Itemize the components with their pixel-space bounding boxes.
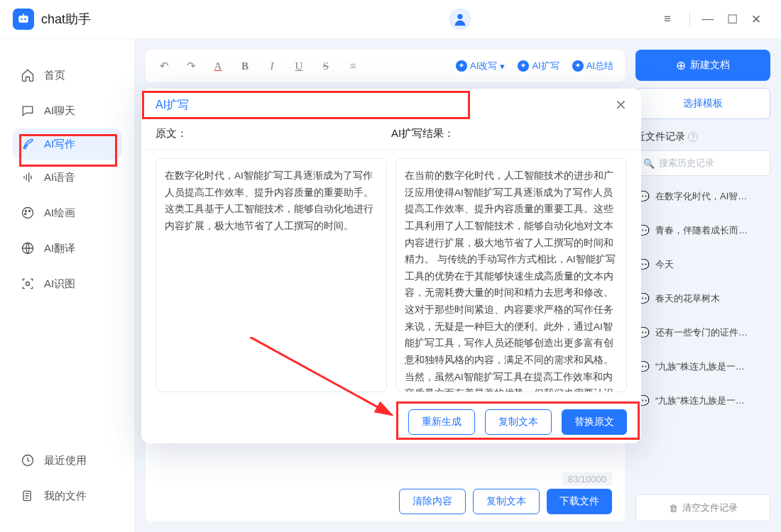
sidebar-item-myfiles[interactable]: 我的文件: [0, 478, 134, 514]
clear-content-button[interactable]: 清除内容: [399, 489, 466, 514]
recent-file-item[interactable]: 💬在数字化时代，AI智…: [635, 183, 770, 210]
titlebar: chat助手 ≡ — ☐ ✕: [0, 0, 781, 39]
menu-icon[interactable]: ≡: [655, 7, 679, 31]
sparkle-icon: [572, 60, 584, 72]
sidebar-item-translate[interactable]: AI翻译: [0, 231, 134, 266]
svg-point-1: [21, 18, 23, 21]
italic-icon[interactable]: I: [265, 60, 279, 72]
bold-icon[interactable]: B: [238, 60, 252, 72]
scan-icon: [20, 276, 36, 292]
window-close-button[interactable]: ✕: [744, 7, 768, 31]
search-icon: 🔍: [643, 158, 655, 169]
modal-title: AI扩写: [155, 98, 189, 113]
sidebar-item-label: AI翻译: [44, 242, 75, 255]
sidebar-item-home[interactable]: 首页: [0, 57, 134, 93]
strike-icon[interactable]: S: [319, 60, 333, 72]
sidebar-item-writing[interactable]: AI写作: [13, 128, 121, 160]
regenerate-button[interactable]: 重新生成: [408, 409, 475, 435]
svg-point-2: [24, 18, 26, 21]
download-file-button[interactable]: 下载文件: [547, 489, 612, 514]
recent-file-item[interactable]: 💬“九族”株连九族是一…: [635, 387, 770, 414]
replace-original-button[interactable]: 替换原文: [562, 409, 627, 435]
recent-file-item[interactable]: 💬今天: [635, 251, 770, 278]
sidebar-item-label: AI写作: [44, 138, 75, 151]
sidebar-item-voice[interactable]: AI语音: [0, 160, 134, 195]
ai-expand-modal: AI扩写 ✕ 原文： AI扩写结果： 在数字化时代，AI智能扩写工具逐渐成为了写…: [141, 89, 641, 443]
svg-point-8: [25, 214, 26, 215]
svg-rect-0: [18, 16, 28, 23]
plus-icon: ⊕: [676, 58, 686, 73]
app-logo: [13, 9, 34, 30]
sidebar-item-recent[interactable]: 最近使用: [0, 443, 134, 478]
svg-point-5: [23, 208, 33, 218]
sidebar-item-chat[interactable]: AI聊天: [0, 93, 134, 128]
search-history-input[interactable]: 🔍搜索历史记录: [635, 150, 770, 176]
align-icon[interactable]: ≡: [346, 60, 360, 72]
redo-icon[interactable]: ↷: [184, 60, 198, 72]
sidebar-item-label: AI绘画: [44, 206, 75, 220]
window-maximize-button[interactable]: ☐: [720, 7, 744, 31]
recent-file-item[interactable]: 💬“九族”株连九族是一…: [635, 353, 770, 380]
recent-files-heading: 近文件记录?: [635, 131, 770, 143]
svg-point-7: [29, 211, 31, 212]
recent-file-item[interactable]: 💬青春，伴随着成长而…: [635, 217, 770, 244]
choose-template-button[interactable]: 选择模板: [635, 88, 770, 119]
window-minimize-button[interactable]: —: [696, 7, 720, 31]
feather-icon: [20, 136, 36, 152]
audio-icon: [20, 170, 36, 185]
history-icon: [20, 453, 36, 468]
copy-result-button[interactable]: 复制文本: [485, 409, 552, 435]
result-text-panel[interactable]: 在当前的数字化时代，人工智能技术的进步和广泛应用使得AI智能扩写工具逐渐成为了写…: [395, 158, 627, 392]
recent-file-item[interactable]: 💬春天的花草树木: [635, 285, 770, 312]
sidebar-item-label: 我的文件: [44, 489, 87, 503]
files-icon: [20, 488, 36, 504]
trash-icon: 🗑: [669, 503, 678, 514]
app-title: chat助手: [41, 11, 91, 28]
recent-file-item[interactable]: 💬还有一些专门的证件…: [635, 319, 770, 346]
separator: [689, 11, 690, 27]
sidebar-item-label: 最近使用: [44, 454, 87, 467]
svg-point-6: [26, 211, 27, 212]
svg-point-10: [26, 282, 30, 286]
sidebar-item-paint[interactable]: AI绘画: [0, 195, 134, 231]
editor-toolbar: ↶ ↷ A B I U S ≡ AI改写 ▾ AI扩写 AI总结: [146, 50, 625, 82]
svg-rect-3: [23, 13, 24, 16]
sidebar-item-label: AI聊天: [44, 104, 75, 118]
original-text-panel[interactable]: 在数字化时代，AI智能扩写工具逐渐成为了写作人员提高工作效率、提升内容质量的重要…: [155, 158, 387, 392]
sidebar-item-ocr[interactable]: AI识图: [0, 266, 134, 301]
ai-summary-button[interactable]: AI总结: [572, 60, 613, 72]
home-icon: [20, 67, 36, 83]
original-label: 原文：: [155, 127, 391, 140]
new-doc-button[interactable]: ⊕新建文档: [635, 50, 770, 81]
svg-point-4: [457, 14, 462, 19]
right-panel: ⊕新建文档 选择模板 近文件记录? 🔍搜索历史记录 💬在数字化时代，AI智… 💬…: [635, 50, 770, 521]
user-avatar[interactable]: [449, 9, 471, 30]
help-icon[interactable]: ?: [688, 132, 698, 142]
palette-icon: [20, 205, 36, 221]
sidebar: 首页 AI聊天 AI写作 AI语音 AI绘画 AI翻译 AI识图 最近使用 我的…: [0, 39, 135, 532]
char-counter: 83/10000: [562, 472, 612, 486]
sidebar-item-label: AI识图: [44, 277, 75, 291]
result-label: AI扩写结果：: [391, 127, 627, 140]
ai-rewrite-button[interactable]: AI改写 ▾: [456, 60, 505, 72]
undo-icon[interactable]: ↶: [157, 60, 171, 72]
sidebar-item-label: AI语音: [44, 171, 75, 184]
sparkle-icon: [518, 60, 529, 72]
font-color-icon[interactable]: A: [211, 60, 225, 72]
sidebar-item-label: 首页: [44, 69, 65, 82]
ai-expand-button[interactable]: AI扩写: [518, 60, 559, 72]
modal-close-button[interactable]: ✕: [615, 96, 627, 113]
sparkle-icon: [456, 60, 467, 72]
translate-icon: [20, 240, 36, 256]
underline-icon[interactable]: U: [292, 60, 306, 72]
chat-icon: [20, 103, 36, 118]
copy-content-button[interactable]: 复制文本: [473, 489, 540, 514]
clear-files-button[interactable]: 🗑清空文件记录: [635, 494, 770, 521]
